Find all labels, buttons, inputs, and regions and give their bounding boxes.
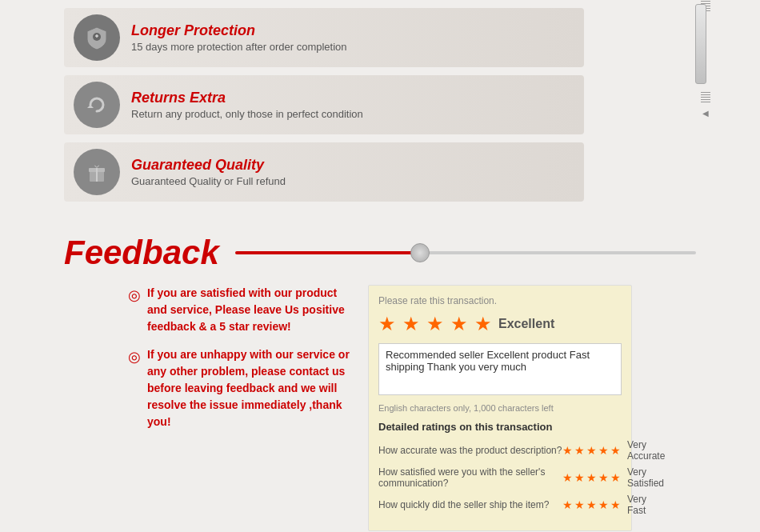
char-count: English characters only, 1,000 character… — [378, 403, 622, 413]
feedback-section: Feedback ◎ If you are satisfied with our… — [0, 226, 760, 532]
shield-icon — [74, 14, 120, 61]
target-icon-1: ◎ — [128, 286, 141, 304]
scrollbar[interactable]: ◀ — [699, 0, 712, 208]
rating-row-1: How accurate was the product description… — [378, 439, 622, 462]
feedback-title: Feedback — [64, 234, 219, 272]
feature-guaranteed-quality: Guaranteed Quality Guaranteed Quality or… — [64, 142, 584, 202]
feedback-point-1: ◎ If you are satisfied with our product … — [128, 285, 352, 335]
rating-question-2: How satisfied were you with the seller's… — [378, 466, 562, 489]
feedback-textarea[interactable] — [378, 343, 622, 395]
rating-label: Excellent — [498, 317, 554, 331]
svg-rect-6 — [96, 168, 98, 182]
svg-marker-3 — [87, 105, 94, 108]
feature-returns-extra: Returns Extra Return any product, only t… — [64, 75, 584, 134]
mini-stars-3: ★ ★ ★ ★ ★ — [562, 498, 621, 511]
star-2[interactable]: ★ — [402, 313, 420, 335]
star-4[interactable]: ★ — [450, 313, 468, 335]
detailed-ratings-title: Detailed ratings on this transaction — [378, 421, 622, 433]
star-3[interactable]: ★ — [426, 313, 444, 335]
feedback-form: Please rate this transaction. ★ ★ ★ ★ ★ … — [368, 285, 632, 531]
mini-stars-1: ★ ★ ★ ★ ★ — [562, 444, 621, 457]
rating-row-3: How quickly did the seller ship the item… — [378, 494, 622, 516]
svg-rect-2 — [96, 34, 98, 38]
rating-question-3: How quickly did the seller ship the item… — [378, 499, 562, 510]
stars-row: ★ ★ ★ ★ ★ Excellent — [378, 313, 622, 335]
rating-question-1: How accurate was the product description… — [378, 445, 562, 456]
star-5[interactable]: ★ — [474, 313, 492, 335]
rate-prompt: Please rate this transaction. — [378, 295, 622, 306]
target-icon-2: ◎ — [128, 348, 141, 366]
feedback-header: Feedback — [64, 234, 696, 272]
feedback-point-2-text: If you are unhappy with our service or a… — [147, 346, 352, 430]
feedback-slider[interactable] — [235, 251, 696, 254]
feature-longer-protection-desc: 15 days more protection after order comp… — [131, 41, 347, 53]
feedback-point-2: ◎ If you are unhappy with our service or… — [128, 346, 352, 430]
rating-answer-2: Very Satisfied — [627, 466, 664, 489]
mini-stars-2: ★ ★ ★ ★ ★ — [562, 471, 621, 484]
feature-longer-protection: Longer Protection 15 days more protectio… — [64, 8, 584, 67]
feature-guaranteed-quality-desc: Guaranteed Quality or Full refund — [131, 175, 286, 187]
feature-guaranteed-quality-text: Guaranteed Quality Guaranteed Quality or… — [131, 157, 286, 187]
scroll-thumb[interactable] — [695, 4, 706, 84]
bottom-content: ◎ If you are satisfied with our product … — [64, 285, 696, 531]
rating-answer-1: Very Accurate — [627, 439, 665, 462]
rating-row-2: How satisfied were you with the seller's… — [378, 466, 622, 489]
feature-returns-extra-text: Returns Extra Return any product, only t… — [131, 90, 363, 120]
features-section: Longer Protection 15 days more protectio… — [0, 0, 760, 226]
feature-longer-protection-title: Longer Protection — [131, 22, 347, 39]
feedback-point-1-text: If you are satisfied with our product an… — [147, 285, 352, 335]
rating-answer-3: Very Fast — [627, 494, 646, 516]
feature-guaranteed-quality-title: Guaranteed Quality — [131, 157, 286, 174]
slider-thumb[interactable] — [410, 243, 430, 262]
feature-longer-protection-text: Longer Protection 15 days more protectio… — [131, 22, 347, 53]
refresh-icon — [74, 82, 120, 128]
feature-returns-extra-title: Returns Extra — [131, 90, 363, 106]
feature-returns-extra-desc: Return any product, only those in perfec… — [131, 108, 363, 120]
star-1[interactable]: ★ — [378, 313, 396, 335]
left-feedback-text: ◎ If you are satisfied with our product … — [128, 285, 352, 531]
scroll-down-arrow-icon[interactable]: ◀ — [700, 107, 711, 118]
gift-icon — [74, 149, 120, 195]
